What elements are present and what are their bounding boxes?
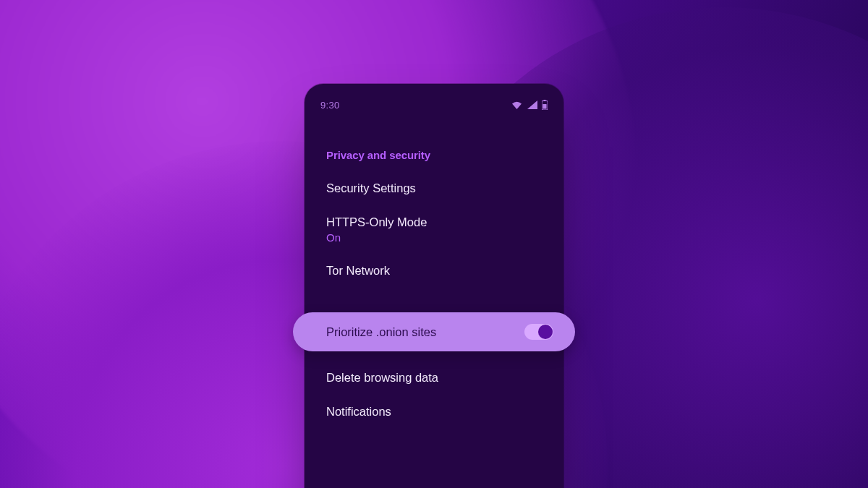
menu-item-https-only[interactable]: HTTPS-Only Mode On: [305, 205, 563, 254]
toggle-thumb: [538, 325, 553, 339]
menu-item-label: Notifications: [326, 405, 391, 419]
menu-item-label: Tor Network: [326, 264, 390, 278]
prioritize-onion-toggle[interactable]: [524, 324, 553, 340]
menu-item-delete-browsing-data[interactable]: Delete browsing data: [305, 361, 563, 395]
battery-icon: [542, 100, 548, 110]
status-icons: [511, 100, 548, 110]
menu-item-notifications[interactable]: Notifications: [305, 395, 563, 429]
settings-menu: Security Settings HTTPS-Only Mode On Tor…: [305, 171, 563, 429]
section-header-privacy: Privacy and security: [305, 108, 563, 171]
svg-rect-1: [544, 100, 546, 101]
menu-item-label: Delete browsing data: [326, 371, 438, 385]
menu-item-sublabel: On: [326, 231, 427, 244]
menu-item-tor-network[interactable]: Tor Network: [305, 254, 563, 288]
status-bar: 9:30: [305, 84, 563, 108]
phone-frame: 9:30 Privacy and security: [305, 84, 563, 488]
menu-item-security-settings[interactable]: Security Settings: [305, 171, 563, 205]
svg-rect-2: [542, 104, 546, 109]
menu-item-prioritize-onion[interactable]: Prioritize .onion sites: [293, 312, 575, 351]
cellular-icon: [527, 100, 537, 109]
wifi-icon: [511, 100, 523, 110]
status-time: 9:30: [320, 100, 340, 111]
menu-item-label: Security Settings: [326, 181, 416, 195]
menu-item-label: HTTPS-Only Mode: [326, 215, 427, 228]
menu-item-label: Prioritize .onion sites: [326, 325, 436, 339]
